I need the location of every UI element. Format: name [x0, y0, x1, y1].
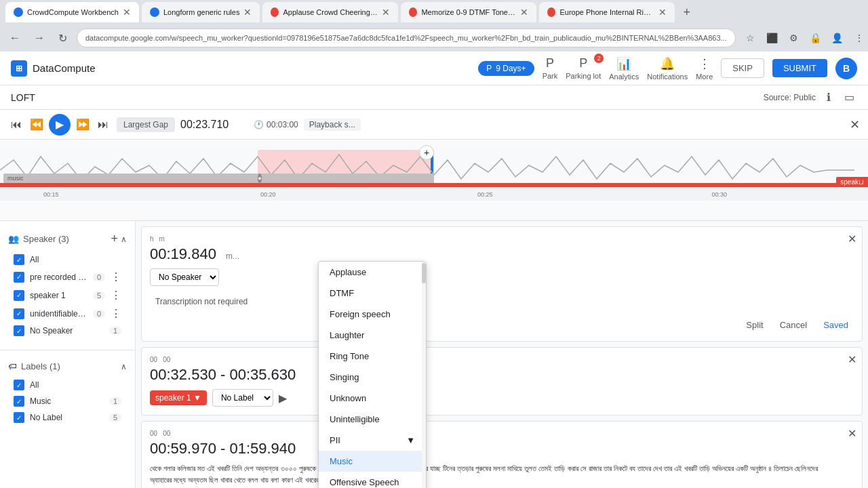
segment-1-time-display: 00:19.840: [150, 245, 216, 262]
tab-close-3[interactable]: ✕: [382, 7, 390, 18]
split-button[interactable]: Split: [741, 317, 768, 333]
tab-close-1[interactable]: ✕: [123, 7, 131, 18]
speaker-prerecorded-menu-icon[interactable]: ⋮: [111, 270, 121, 283]
speaker-prerecorded-count: 0: [93, 273, 105, 281]
tab-applause[interactable]: Applause Crowd Cheering soun... ✕: [262, 2, 398, 22]
tab-close-5[interactable]: ✕: [658, 7, 667, 18]
reload-button[interactable]: ↻: [54, 29, 71, 47]
seg3-unit1: 00: [150, 430, 157, 437]
label-music-checkbox[interactable]: ✓: [14, 396, 24, 407]
speaker-item-prerecorded[interactable]: ✓ pre recorded speak... 0 ⋮: [8, 268, 127, 286]
waveform-container: // Draw waveform bars - will be rendered…: [0, 140, 868, 221]
speaker-section: 👥 Speaker (3) + ∧ ✓ All ✓ pre recorded s…: [0, 226, 135, 344]
task-bar: LOFT Source: Public ℹ ▭: [0, 85, 868, 110]
speaker-1-count: 5: [93, 291, 105, 300]
label-nolabel-checkbox[interactable]: ✓: [14, 412, 24, 423]
bookmark-icon[interactable]: ☆: [741, 28, 760, 47]
segment-2-time-units: 00 00: [150, 356, 854, 363]
label-section: 🏷 Labels (1) ∧ ✓ All ✓ Music 1 ✓ No Labe…: [0, 356, 135, 431]
segment-2-label-select[interactable]: No Label: [212, 389, 273, 407]
label-item-music[interactable]: ✓ Music 1: [8, 393, 127, 409]
transcription-note: Transcription not required: [155, 297, 248, 306]
tab-label-3: Applause Crowd Cheering soun...: [283, 8, 378, 16]
speaker-1-menu-icon[interactable]: ⋮: [111, 289, 121, 302]
profile-icon[interactable]: 👤: [828, 28, 847, 47]
video-button[interactable]: ▭: [842, 88, 857, 106]
extension-icon-3[interactable]: 🔒: [806, 28, 825, 47]
label-all-checkbox[interactable]: ✓: [14, 380, 24, 390]
next-button[interactable]: ⏩: [73, 115, 92, 134]
collapse-label-button[interactable]: ∧: [121, 362, 127, 371]
segment-1-time-suffix: m...: [226, 251, 239, 261]
extension-icon-1[interactable]: ⬛: [763, 28, 782, 47]
task-name: LOFT: [11, 92, 35, 103]
saved-button[interactable]: Saved: [818, 317, 854, 333]
more-button[interactable]: ⋮ More: [696, 56, 713, 81]
segment-1-close-button[interactable]: ✕: [848, 232, 856, 245]
segment-2-speaker-dropdown-icon: ▼: [193, 393, 201, 403]
segment-marker: ●: [258, 174, 262, 183]
new-tab-button[interactable]: +: [677, 5, 696, 20]
segment-3-close-button[interactable]: ✕: [848, 427, 856, 440]
tab-dtmf[interactable]: Memorize 0-9 DTMF Tones - Yo... ✕: [401, 2, 536, 22]
park-button[interactable]: P Park: [542, 56, 558, 80]
logo-text: ⊞: [16, 64, 22, 73]
segment-2-speaker-select[interactable]: speaker 1 ▼: [150, 390, 207, 405]
waveform-close-button[interactable]: ✕: [850, 117, 860, 132]
notifications-label: Notifications: [647, 73, 688, 81]
label-item-nolabel[interactable]: ✓ No Label 5: [8, 409, 127, 426]
points-badge[interactable]: P 9 Days+: [478, 61, 534, 76]
skip-back-button[interactable]: ⏮: [8, 116, 24, 134]
segment-2-speaker-label: speaker 1: [155, 393, 191, 403]
tab-close-2[interactable]: ✕: [243, 7, 252, 18]
notifications-button[interactable]: 🔔 Notifications: [647, 56, 688, 81]
tab-label-4: Memorize 0-9 DTMF Tones - Yo...: [421, 8, 516, 16]
cancel-button[interactable]: Cancel: [774, 317, 812, 333]
label-nolabel-count: 5: [109, 413, 121, 422]
speaker-unidentifiable-label: unidentifiable speak...: [30, 309, 87, 319]
speaker-item-1[interactable]: ✓ speaker 1 5 ⋮: [8, 286, 127, 304]
speaker-prerecorded-checkbox[interactable]: ✓: [14, 272, 24, 283]
parking-lot-button[interactable]: P 2 Parking lot: [566, 56, 601, 80]
speaker-all-checkbox[interactable]: ✓: [14, 254, 24, 265]
tab-longform[interactable]: Longform generic rules ✕: [142, 2, 260, 22]
tab-europe[interactable]: Europe Phone Internal Ringing ... ✕: [539, 2, 675, 22]
largest-gap-button[interactable]: Largest Gap: [117, 117, 175, 132]
back-button[interactable]: ←: [5, 29, 24, 47]
speaker-nospeaker-checkbox[interactable]: ✓: [14, 325, 24, 336]
waveform-wrapper[interactable]: // Draw waveform bars - will be rendered…: [0, 140, 868, 201]
segment-1-time: 00:19.840 m...: [150, 245, 854, 263]
submit-button[interactable]: SUBMIT: [772, 59, 827, 77]
user-avatar[interactable]: B: [835, 58, 857, 79]
forward-button[interactable]: →: [30, 29, 49, 47]
label-item-all[interactable]: ✓ All: [8, 377, 127, 393]
speaker-item-unidentifiable[interactable]: ✓ unidentifiable speak... 0 ⋮: [8, 304, 127, 323]
add-speaker-button[interactable]: +: [111, 232, 118, 246]
label-music-count: 1: [109, 397, 121, 405]
tab-crowdcompute[interactable]: CrowdCompute Workbench ✕: [5, 2, 139, 22]
playback-bar: ⏮ ⏪ ▶ ⏩ ⏭ Largest Gap 00:23.710 🕐 00:03:…: [0, 110, 868, 140]
segment-2-close-button[interactable]: ✕: [848, 353, 856, 366]
menu-icon[interactable]: ⋮: [850, 28, 868, 47]
speaker-unidentifiable-checkbox[interactable]: ✓: [14, 308, 24, 319]
prev-button[interactable]: ⏪: [27, 115, 46, 134]
collapse-speaker-button[interactable]: ∧: [121, 232, 127, 246]
play-button[interactable]: ▶: [49, 114, 71, 136]
tab-close-4[interactable]: ✕: [520, 7, 528, 18]
speaker-item-nospeaker[interactable]: ✓ No Speaker 1: [8, 323, 127, 339]
speak-indicator: speak⊔: [836, 177, 868, 187]
analytics-button[interactable]: 📊 Analytics: [609, 56, 639, 81]
current-time-display: 00:23.710: [180, 119, 248, 131]
skip-forward-button[interactable]: ⏭: [95, 116, 111, 134]
skip-button[interactable]: SKIP: [721, 58, 764, 78]
label-section-title-group: 🏷 Labels (1): [8, 361, 60, 371]
zoom-in-button[interactable]: +: [419, 145, 434, 160]
segment-1-speaker-select[interactable]: No Speaker: [150, 268, 219, 286]
info-button[interactable]: ℹ: [824, 88, 833, 106]
speaker-1-checkbox[interactable]: ✓: [14, 290, 24, 301]
extension-icon-2[interactable]: ⚙: [785, 28, 804, 47]
address-bar[interactable]: datacompute.google.com/w/speech_mu_worke…: [77, 28, 736, 47]
speaker-unidentifiable-menu-icon[interactable]: ⋮: [111, 307, 121, 320]
segment-2-play-button[interactable]: ▶: [279, 392, 287, 405]
speaker-item-all[interactable]: ✓ All: [8, 251, 127, 268]
